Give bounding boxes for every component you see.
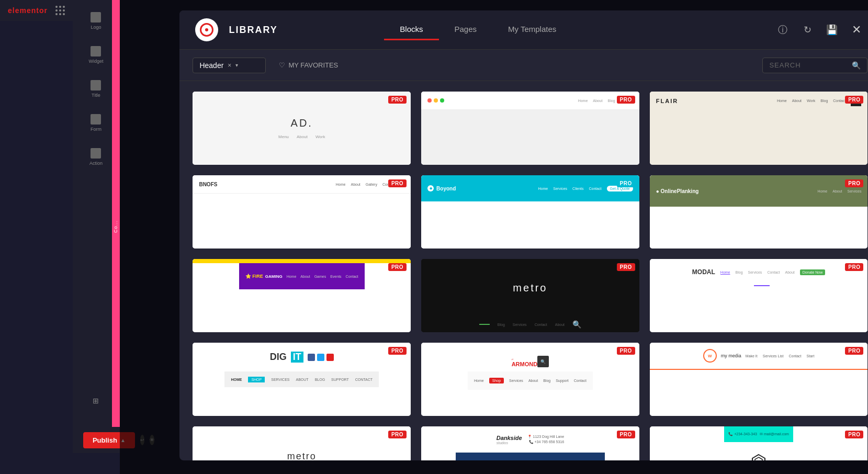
library-modal: LIBRARY Blocks Pages My Templates ⓘ ↻ 💾 <box>179 10 868 460</box>
pro-badge-8: PRO <box>617 263 635 271</box>
pro-badge-9: PRO <box>845 263 863 271</box>
elementor-logo-circle <box>195 18 218 41</box>
category-filter[interactable]: Header × ▾ <box>193 58 266 73</box>
pink-strip[interactable]: Co... <box>112 0 120 453</box>
modal-overlay: LIBRARY Blocks Pages My Templates ⓘ ↻ 💾 <box>120 0 868 474</box>
bottom-bar: Publish ▲ ↩ 👁 <box>73 427 120 453</box>
template-preview-4: BNOFS Home About Gallery Contact <box>193 175 411 249</box>
template-preview-7: ⭐ FIRE GAMING Home About Games Events Co… <box>193 259 411 332</box>
modal-toolbar: Header × ▾ ♡ MY FAVORITES 🔍 <box>179 50 868 81</box>
template-card-6[interactable]: PRO ● OnlinePlanking Home About Services <box>650 175 868 249</box>
template-card-11[interactable]: PRO ⌐ ARMOND 🔍 <box>421 343 639 416</box>
sidebar-item-logo[interactable]: Logo <box>77 5 114 37</box>
pro-badge-6: PRO <box>845 179 863 187</box>
search-input[interactable] <box>769 61 848 69</box>
template-card-2[interactable]: PRO Home About <box>421 92 639 165</box>
refresh-icon: ↻ <box>804 24 811 36</box>
heart-icon: ♡ <box>279 61 285 69</box>
close-button[interactable]: ✕ <box>848 21 865 38</box>
sidebar-item-form[interactable]: Form <box>77 107 114 139</box>
pro-badge: PRO <box>388 96 407 104</box>
search-container: 🔍 <box>762 58 867 73</box>
template-preview-14: Dankside studios 📍 1123 Dog Hill Lane 📞 … <box>421 426 639 460</box>
modal-header-actions: ⓘ ↻ 💾 ✕ <box>774 21 865 38</box>
template-preview-1: AD. Menu About Work <box>193 92 411 165</box>
template-preview-9: MODAL Home Blog Services Contact About D… <box>650 259 868 332</box>
close-icon: ✕ <box>852 23 861 37</box>
sidebar-item-widget[interactable]: Widget <box>77 39 114 71</box>
info-icon: ⓘ <box>778 24 787 36</box>
template-preview-12: W my media Make It Services List Contact… <box>650 343 868 416</box>
sidebar-item-action[interactable]: Action <box>77 141 114 173</box>
pro-badge-3: PRO <box>845 96 863 104</box>
publish-label: Publish <box>93 436 117 444</box>
svg-marker-1 <box>755 457 762 460</box>
template-preview-2: Home About Blog Contact <box>421 92 639 165</box>
template-card-1[interactable]: PRO AD. Menu About Work <box>193 92 411 165</box>
tab-blocks[interactable]: Blocks <box>384 19 438 40</box>
favorites-label: MY FAVORITES <box>288 61 338 69</box>
elementor-logo: elementor <box>8 6 48 15</box>
pro-badge-2: PRO <box>617 96 635 104</box>
favorites-button[interactable]: ♡ MY FAVORITES <box>274 58 343 72</box>
sidebar-item-layers[interactable]: ⊞ <box>77 390 114 411</box>
template-preview-10: DIG IT HOME SHOP <box>193 343 411 416</box>
pro-badge-15: PRO <box>845 431 863 438</box>
template-card-15[interactable]: PRO 📞 +234-343-343 ✉ mail@mail.com <box>650 426 868 460</box>
template-card-5[interactable]: PRO ◆ Boyond Home <box>421 175 639 249</box>
pro-badge-12: PRO <box>845 347 863 355</box>
template-card-14[interactable]: PRO Dankside studios 📍 1123 Dog Hill Lan… <box>421 426 639 460</box>
template-preview-13: metro Blog Services Contact About 🔍 <box>193 426 411 460</box>
tab-my-templates[interactable]: My Templates <box>492 19 572 40</box>
pink-strip-text: Co... <box>113 220 118 233</box>
elementor-topbar: elementor <box>0 0 73 21</box>
template-card-13[interactable]: PRO metro Blog Services Contact About <box>193 426 411 460</box>
pro-badge-7: PRO <box>388 263 407 271</box>
pro-badge-10: PRO <box>388 347 407 355</box>
modal-header: LIBRARY Blocks Pages My Templates ⓘ ↻ 💾 <box>179 10 868 50</box>
modal-content: PRO AD. Menu About Work <box>179 81 868 460</box>
refresh-button[interactable]: ↻ <box>799 21 816 38</box>
template-card-12[interactable]: PRO W my media Make It Services List <box>650 343 868 416</box>
template-preview-8: metro Blog Services Contact About 🔍 <box>421 259 639 332</box>
template-preview-5: ◆ Boyond Home Services Clients Contact <box>421 175 639 249</box>
template-card-4[interactable]: PRO BNOFS Home About Gallery Contact <box>193 175 411 249</box>
filter-clear-button[interactable]: × <box>228 62 231 69</box>
grid-menu-icon[interactable] <box>55 6 65 15</box>
tab-pages[interactable]: Pages <box>439 19 493 40</box>
filter-chevron-icon: ▾ <box>235 62 238 68</box>
template-preview-6: ● OnlinePlanking Home About Services <box>650 175 868 249</box>
pro-badge-5: PRO <box>617 179 635 187</box>
template-card-9[interactable]: PRO MODAL Home Blog Services Contact Abo… <box>650 259 868 332</box>
modal-title: LIBRARY <box>229 25 277 36</box>
pro-badge-14: PRO <box>617 431 635 438</box>
save-icon: 💾 <box>826 24 838 36</box>
save-button[interactable]: 💾 <box>824 21 840 38</box>
template-card-3[interactable]: PRO FLAIR Home About Work Blog Contact <box>650 92 868 165</box>
filter-label: Header <box>199 61 223 70</box>
template-card-10[interactable]: PRO DIG IT <box>193 343 411 416</box>
template-preview-11: ⌐ ARMOND 🔍 Home Shop Services <box>421 343 639 416</box>
search-icon[interactable]: 🔍 <box>852 61 861 70</box>
info-button[interactable]: ⓘ <box>774 21 791 38</box>
template-preview-3: FLAIR Home About Work Blog Contact ▦ <box>650 92 868 165</box>
template-preview-15: 📞 +234-343-343 ✉ mail@mail.com MADRIN <box>650 426 868 460</box>
pro-badge-11: PRO <box>617 347 635 355</box>
templates-grid: PRO AD. Menu About Work <box>193 92 867 450</box>
pro-badge-4: PRO <box>388 179 407 187</box>
template-card-8[interactable]: PRO metro Blog Services Contact About <box>421 259 639 332</box>
pro-badge-13: PRO <box>388 431 407 438</box>
modal-tabs: Blocks Pages My Templates <box>384 19 572 40</box>
template-card-7[interactable]: PRO ⭐ FIRE GAMING Home About <box>193 259 411 332</box>
sidebar-item-title[interactable]: Title <box>77 73 114 105</box>
